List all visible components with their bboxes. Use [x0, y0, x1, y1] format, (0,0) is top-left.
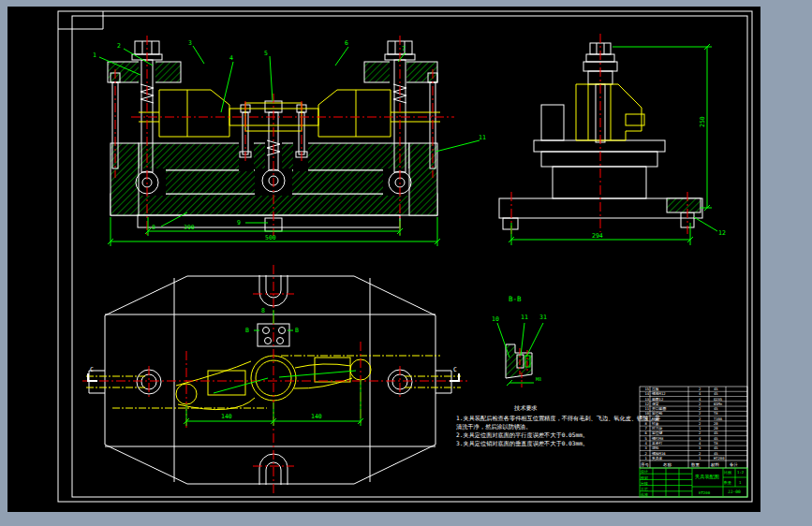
bom-cell: 2: [699, 451, 701, 456]
balloon: 2: [117, 42, 121, 50]
tb-material: HT200: [699, 490, 711, 495]
bom-cell: 螺钉M8: [652, 436, 664, 441]
bom-cell: 2: [699, 387, 701, 391]
bom-cell: 15: [645, 387, 650, 391]
notes-line: 1.夹具装配后检查各零件相互位置精度，不得有毛刺、飞边、氧化皮、锈蚀，并: [456, 415, 661, 422]
tb-row: 批准: [641, 492, 648, 497]
bom-cell: 压板: [652, 387, 659, 391]
dim-slot: 8: [261, 307, 265, 314]
balloon: 11: [521, 314, 528, 321]
detail-title: B-B: [509, 295, 522, 303]
balloon: 6: [345, 39, 348, 47]
bom-cell: 2: [699, 421, 701, 426]
notes-line: 清洗干净，然后涂以防锈油。: [456, 423, 531, 431]
detail-thread-callout: M8: [536, 376, 541, 382]
tb-row: 设计: [641, 469, 648, 474]
bom-cell: 20: [714, 426, 718, 431]
bom-cell: T8: [714, 441, 718, 446]
bom-cell: 5: [645, 436, 647, 441]
balloon: 5: [264, 50, 268, 57]
bom-cell: 2: [699, 431, 701, 435]
tb-row: 校对: [640, 475, 648, 480]
bom-cell: 13: [645, 397, 650, 402]
bom-cell: 3: [699, 446, 701, 450]
bom-cell: 弹簧: [652, 402, 659, 406]
balloon: 4: [229, 54, 233, 62]
tb-drawing-title: 夹具装配图: [695, 474, 719, 480]
bom-cell: 3: [645, 446, 647, 450]
bom-cell: 45: [714, 387, 718, 391]
section-arrow-b-left: B: [245, 327, 249, 334]
bom-cell: 支承钉: [652, 441, 663, 446]
bom-cell: 65Mn: [714, 402, 722, 406]
bom-cell: 2: [699, 402, 701, 406]
balloon: 10: [492, 315, 499, 323]
bom-cell: 定位键: [652, 431, 663, 435]
bom-cell: 45: [714, 446, 718, 450]
tb-scale-value: 1:2: [737, 470, 745, 475]
balloon: 12: [718, 229, 726, 237]
notes-title: 技术要求: [513, 404, 538, 412]
notes-line: 2.夹具定位面对底面的平行度误差不大于0.05mm。: [456, 431, 588, 439]
bom-cell: 对刀块: [651, 426, 663, 431]
section-marker-c-right: C: [453, 366, 457, 373]
bom-cell: 45: [714, 436, 718, 441]
bom-cell: 夹具体: [652, 456, 663, 460]
bom-cell: 垫圈12: [652, 397, 663, 402]
bom-cell: 2: [699, 406, 701, 411]
section-marker-c-left: C: [90, 366, 94, 373]
bom-cell: Q235: [714, 397, 722, 402]
bom-cell: 12: [645, 402, 650, 406]
bom-header: 数量: [691, 462, 700, 467]
bom-cell: 7: [645, 426, 647, 431]
notes-line: 3.夹具定位销对底面的垂直度误差不大于0.03mm。: [456, 440, 588, 447]
cad-viewport[interactable]: 390 500 1 2 3 4 5 6 7 8 9 11: [0, 0, 812, 526]
bom-cell: 11: [645, 406, 650, 411]
tb-row: 审核: [641, 481, 648, 486]
bom-cell: T8: [714, 411, 718, 416]
bom-cell: 螺栓M16: [652, 451, 666, 456]
balloon: 7: [402, 45, 406, 52]
dim-inner-width: 390: [184, 224, 195, 231]
bom-cell: 螺母M12: [652, 391, 665, 396]
balloon: 1: [93, 51, 96, 59]
bom-cell: 2: [699, 416, 701, 421]
dim-base-width: 294: [592, 232, 603, 240]
dim-overall-height: 250: [699, 116, 706, 127]
bom-cell: 定位销: [652, 411, 663, 416]
tb-qty-label: 数量: [724, 480, 731, 485]
bom-cell: 20: [714, 421, 718, 426]
bom-cell: 开口垫圈: [652, 406, 666, 411]
bom-cell: 45: [714, 451, 718, 456]
bom-cell: 14: [645, 391, 650, 396]
bom-header: 名称: [663, 462, 672, 467]
cad-window: 390 500 1 2 3 4 5 6 7 8 9 11: [0, 0, 812, 526]
section-arrow-b-right: B: [295, 327, 299, 334]
balloon: 9: [237, 219, 241, 226]
bom-cell: 2: [699, 411, 701, 416]
tb-row: 工艺: [641, 487, 648, 491]
bom-cell: 2: [645, 451, 647, 456]
bom-cell: 钻套: [651, 416, 659, 421]
bom-cell: T10A: [714, 416, 723, 421]
bom-cell: 衬套: [651, 421, 659, 426]
balloon: 3: [188, 39, 192, 47]
dim-overall-width: 500: [265, 234, 276, 241]
dim-right-span: 140: [311, 413, 322, 420]
balloon: 31: [539, 314, 547, 321]
bom-cell: 45: [714, 391, 718, 396]
balloon: 11: [479, 134, 486, 141]
bom-header: 序号: [641, 462, 649, 467]
bom-cell: 滚轮: [652, 446, 659, 450]
dim-left-span: 140: [221, 413, 232, 420]
bom-header: 备注: [730, 462, 738, 467]
bom-cell: HT200: [714, 456, 725, 460]
bom-cell: 45: [714, 406, 718, 411]
balloon: 8: [152, 224, 155, 231]
bom-cell: 10: [645, 411, 650, 416]
tb-drawing-no: JJ-00: [728, 489, 741, 494]
bom-cell: 45: [714, 431, 718, 435]
